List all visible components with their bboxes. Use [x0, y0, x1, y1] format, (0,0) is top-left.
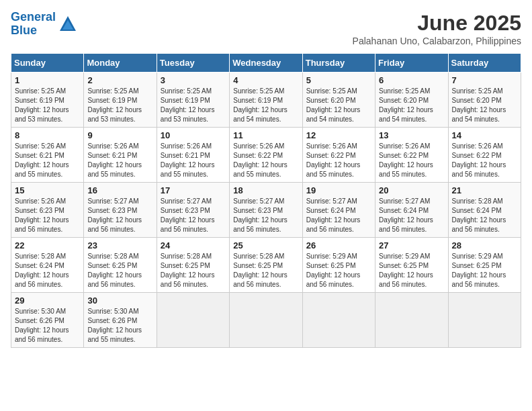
- calendar-cell: [448, 293, 521, 348]
- day-number: 2: [87, 75, 152, 85]
- day-number: 20: [379, 185, 444, 195]
- day-info: Sunrise: 5:26 AM Sunset: 6:23 PM Dayligh…: [15, 197, 80, 234]
- day-number: 13: [379, 130, 444, 140]
- calendar-subtitle: Palahanan Uno, Calabarzon, Philippines: [353, 36, 521, 46]
- day-info: Sunrise: 5:27 AM Sunset: 6:23 PM Dayligh…: [87, 197, 152, 234]
- day-info: Sunrise: 5:28 AM Sunset: 6:25 PM Dayligh…: [87, 252, 152, 289]
- calendar-cell: 17Sunrise: 5:27 AM Sunset: 6:23 PM Dayli…: [157, 183, 229, 238]
- day-number: 7: [452, 75, 517, 85]
- day-number: 4: [233, 75, 298, 85]
- calendar-cell: 22Sunrise: 5:28 AM Sunset: 6:24 PM Dayli…: [11, 238, 84, 293]
- calendar-cell: 2Sunrise: 5:25 AM Sunset: 6:19 PM Daylig…: [84, 73, 157, 128]
- day-number: 11: [233, 130, 298, 140]
- day-info: Sunrise: 5:29 AM Sunset: 6:25 PM Dayligh…: [306, 252, 371, 289]
- day-info: Sunrise: 5:26 AM Sunset: 6:21 PM Dayligh…: [15, 142, 80, 179]
- header-row: Sunday Monday Tuesday Wednesday Thursday…: [11, 54, 521, 73]
- day-number: 18: [233, 185, 298, 195]
- day-number: 21: [452, 185, 517, 195]
- day-number: 28: [452, 240, 517, 250]
- day-info: Sunrise: 5:26 AM Sunset: 6:21 PM Dayligh…: [161, 142, 226, 179]
- col-thursday: Thursday: [302, 54, 375, 73]
- calendar-week-4: 22Sunrise: 5:28 AM Sunset: 6:24 PM Dayli…: [11, 238, 521, 293]
- calendar-cell: 4Sunrise: 5:25 AM Sunset: 6:19 PM Daylig…: [230, 73, 302, 128]
- col-tuesday: Tuesday: [157, 54, 229, 73]
- day-info: Sunrise: 5:25 AM Sunset: 6:19 PM Dayligh…: [15, 87, 80, 124]
- calendar-body: 1Sunrise: 5:25 AM Sunset: 6:19 PM Daylig…: [11, 73, 521, 348]
- day-info: Sunrise: 5:25 AM Sunset: 6:20 PM Dayligh…: [379, 87, 444, 124]
- day-info: Sunrise: 5:26 AM Sunset: 6:22 PM Dayligh…: [452, 142, 517, 179]
- day-info: Sunrise: 5:26 AM Sunset: 6:21 PM Dayligh…: [87, 142, 152, 179]
- day-number: 15: [15, 185, 80, 195]
- calendar-cell: 12Sunrise: 5:26 AM Sunset: 6:22 PM Dayli…: [302, 128, 375, 183]
- calendar-cell: 16Sunrise: 5:27 AM Sunset: 6:23 PM Dayli…: [84, 183, 157, 238]
- calendar-cell: 15Sunrise: 5:26 AM Sunset: 6:23 PM Dayli…: [11, 183, 84, 238]
- day-info: Sunrise: 5:28 AM Sunset: 6:24 PM Dayligh…: [452, 197, 517, 234]
- calendar-cell: [157, 293, 229, 348]
- logo-text: General Blue: [11, 11, 56, 38]
- calendar-table: Sunday Monday Tuesday Wednesday Thursday…: [11, 53, 521, 348]
- day-number: 23: [87, 240, 152, 250]
- calendar-cell: 23Sunrise: 5:28 AM Sunset: 6:25 PM Dayli…: [84, 238, 157, 293]
- calendar-cell: 19Sunrise: 5:27 AM Sunset: 6:24 PM Dayli…: [302, 183, 375, 238]
- day-info: Sunrise: 5:25 AM Sunset: 6:20 PM Dayligh…: [452, 87, 517, 124]
- calendar-cell: 21Sunrise: 5:28 AM Sunset: 6:24 PM Dayli…: [448, 183, 521, 238]
- day-number: 5: [306, 75, 371, 85]
- day-number: 3: [161, 75, 226, 85]
- day-number: 1: [15, 75, 80, 85]
- calendar-week-2: 8Sunrise: 5:26 AM Sunset: 6:21 PM Daylig…: [11, 128, 521, 183]
- day-number: 24: [161, 240, 226, 250]
- day-number: 12: [306, 130, 371, 140]
- calendar-cell: 26Sunrise: 5:29 AM Sunset: 6:25 PM Dayli…: [302, 238, 375, 293]
- calendar-cell: 3Sunrise: 5:25 AM Sunset: 6:19 PM Daylig…: [157, 73, 229, 128]
- day-number: 19: [306, 185, 371, 195]
- col-monday: Monday: [84, 54, 157, 73]
- col-saturday: Saturday: [448, 54, 521, 73]
- calendar-cell: 14Sunrise: 5:26 AM Sunset: 6:22 PM Dayli…: [448, 128, 521, 183]
- calendar-cell: 27Sunrise: 5:29 AM Sunset: 6:25 PM Dayli…: [375, 238, 448, 293]
- calendar-week-5: 29Sunrise: 5:30 AM Sunset: 6:26 PM Dayli…: [11, 293, 521, 348]
- calendar-header: Sunday Monday Tuesday Wednesday Thursday…: [11, 54, 521, 73]
- day-info: Sunrise: 5:26 AM Sunset: 6:22 PM Dayligh…: [233, 142, 298, 179]
- calendar-cell: 18Sunrise: 5:27 AM Sunset: 6:23 PM Dayli…: [230, 183, 302, 238]
- day-info: Sunrise: 5:25 AM Sunset: 6:20 PM Dayligh…: [306, 87, 371, 124]
- calendar-cell: 9Sunrise: 5:26 AM Sunset: 6:21 PM Daylig…: [84, 128, 157, 183]
- calendar-cell: 28Sunrise: 5:29 AM Sunset: 6:25 PM Dayli…: [448, 238, 521, 293]
- calendar-cell: [302, 293, 375, 348]
- calendar-cell: 30Sunrise: 5:30 AM Sunset: 6:26 PM Dayli…: [84, 293, 157, 348]
- day-info: Sunrise: 5:28 AM Sunset: 6:24 PM Dayligh…: [15, 252, 80, 289]
- calendar-cell: 8Sunrise: 5:26 AM Sunset: 6:21 PM Daylig…: [11, 128, 84, 183]
- calendar-cell: 29Sunrise: 5:30 AM Sunset: 6:26 PM Dayli…: [11, 293, 84, 348]
- logo-icon: [58, 15, 77, 34]
- calendar-cell: 6Sunrise: 5:25 AM Sunset: 6:20 PM Daylig…: [375, 73, 448, 128]
- day-info: Sunrise: 5:27 AM Sunset: 6:23 PM Dayligh…: [233, 197, 298, 234]
- day-number: 10: [161, 130, 226, 140]
- day-number: 6: [379, 75, 444, 85]
- day-number: 9: [87, 130, 152, 140]
- day-info: Sunrise: 5:27 AM Sunset: 6:24 PM Dayligh…: [379, 197, 444, 234]
- calendar-week-3: 15Sunrise: 5:26 AM Sunset: 6:23 PM Dayli…: [11, 183, 521, 238]
- day-number: 25: [233, 240, 298, 250]
- day-number: 17: [161, 185, 226, 195]
- calendar-cell: 13Sunrise: 5:26 AM Sunset: 6:22 PM Dayli…: [375, 128, 448, 183]
- calendar-cell: 11Sunrise: 5:26 AM Sunset: 6:22 PM Dayli…: [230, 128, 302, 183]
- day-number: 22: [15, 240, 80, 250]
- day-info: Sunrise: 5:28 AM Sunset: 6:25 PM Dayligh…: [233, 252, 298, 289]
- day-info: Sunrise: 5:30 AM Sunset: 6:26 PM Dayligh…: [15, 307, 80, 345]
- calendar-cell: 7Sunrise: 5:25 AM Sunset: 6:20 PM Daylig…: [448, 73, 521, 128]
- day-info: Sunrise: 5:26 AM Sunset: 6:22 PM Dayligh…: [306, 142, 371, 179]
- calendar-cell: [375, 293, 448, 348]
- col-friday: Friday: [375, 54, 448, 73]
- col-wednesday: Wednesday: [230, 54, 302, 73]
- day-number: 27: [379, 240, 444, 250]
- day-number: 16: [87, 185, 152, 195]
- calendar-cell: 1Sunrise: 5:25 AM Sunset: 6:19 PM Daylig…: [11, 73, 84, 128]
- day-number: 29: [15, 295, 80, 306]
- day-info: Sunrise: 5:26 AM Sunset: 6:22 PM Dayligh…: [379, 142, 444, 179]
- day-number: 14: [452, 130, 517, 140]
- logo-blue: Blue: [11, 24, 37, 37]
- day-info: Sunrise: 5:30 AM Sunset: 6:26 PM Dayligh…: [87, 307, 152, 345]
- calendar-week-1: 1Sunrise: 5:25 AM Sunset: 6:19 PM Daylig…: [11, 73, 521, 128]
- logo-general: General: [11, 10, 56, 24]
- day-info: Sunrise: 5:29 AM Sunset: 6:25 PM Dayligh…: [452, 252, 517, 289]
- day-info: Sunrise: 5:29 AM Sunset: 6:25 PM Dayligh…: [379, 252, 444, 289]
